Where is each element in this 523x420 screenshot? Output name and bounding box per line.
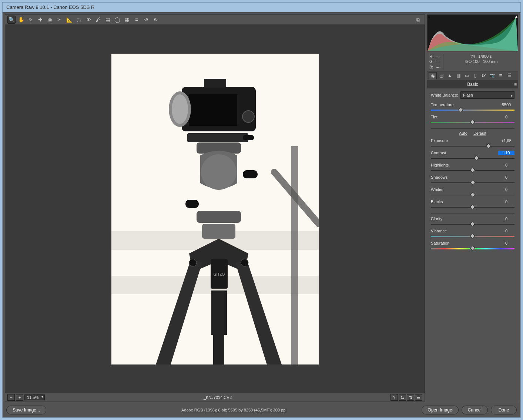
tint-slider[interactable]: Tint0 [431,114,514,125]
svg-rect-11 [187,133,248,142]
rotate-right-icon[interactable]: ↻ [152,16,160,24]
crop-icon[interactable]: ✂ [56,16,64,24]
preview-status-bar: − + 11,5% _KNJ7014.CR2 Y ⇆ ⇅ ☰ [5,393,425,402]
vibrance-slider[interactable]: Vibrance0 [431,228,514,239]
eyedropper-icon[interactable]: ✎ [27,16,35,24]
svg-rect-15 [243,170,258,178]
preview-area[interactable]: GITZO [5,25,425,393]
radial-filter-icon[interactable]: ◯ [113,16,121,24]
main-area: 🔍 ✋ ✎ ✚ ◎ ✂ 📐 ◌ 👁 🖌 ▤ ◯ ▦ ≡ ↺ ↻ ⧉ [3,12,520,402]
image-info-link[interactable]: Adobe RGB (1998); 8 bit; 5505 by 8258 (4… [50,408,418,412]
cancel-button[interactable]: Cancel [462,406,488,414]
tab-tone-curve[interactable]: ▤ [437,72,445,79]
color-sampler-icon[interactable]: ✚ [36,16,44,24]
svg-point-26 [241,259,248,266]
title-bar: Camera Raw 9.10.1 - Canon EOS 5DS R [3,3,520,12]
filename-label: _KNJ7014.CR2 [47,395,388,400]
zoom-out-button[interactable]: − [7,394,15,401]
auto-link[interactable]: Auto [459,131,467,135]
hand-icon[interactable]: ✋ [17,16,25,24]
tab-fx[interactable]: fx [480,72,488,79]
app-window: Camera Raw 9.10.1 - Canon EOS 5DS R 🔍 ✋ … [2,2,521,418]
saturation-slider[interactable]: Saturation0 [431,240,514,251]
graduated-filter-icon[interactable]: ▤ [104,16,112,24]
toolbar: 🔍 ✋ ✎ ✚ ◎ ✂ 📐 ◌ 👁 🖌 ▤ ◯ ▦ ≡ ↺ ↻ ⧉ [5,14,425,25]
highlights-slider[interactable]: Highlights0 [431,162,514,173]
svg-marker-24 [213,290,224,364]
rgb-exif-info: R: --- G: --- B: --- f/4 1/800 s ISO 100… [427,52,518,71]
svg-rect-12 [243,135,254,140]
tab-lens[interactable]: ▯ [471,72,479,79]
preview-y-button[interactable]: Y [390,394,398,401]
bottom-bar: Save Image... Adobe RGB (1998); 8 bit; 5… [3,402,520,417]
spot-removal-icon[interactable]: ◌ [75,16,83,24]
left-panel: 🔍 ✋ ✎ ✚ ◎ ✂ 📐 ◌ 👁 🖌 ▤ ◯ ▦ ≡ ↺ ↻ ⧉ [5,14,425,402]
right-panel: ▲ ▲ R: --- G: --- B: --- f/4 1/800 [427,14,518,402]
transform-icon[interactable]: ▦ [123,16,131,24]
preferences-icon[interactable]: ≡ [133,16,141,24]
panel-title: Basic [467,82,478,87]
svg-rect-6 [189,94,237,126]
shadows-slider[interactable]: Shadows0 [431,174,514,185]
done-button[interactable]: Done [491,406,517,414]
svg-point-25 [189,259,197,266]
svg-rect-16 [185,200,199,208]
clarity-slider[interactable]: Clarity0 [431,216,514,226]
zoom-in-button[interactable]: + [16,394,23,401]
photo-content: GITZO [111,54,319,364]
svg-rect-18 [202,224,235,239]
svg-point-14 [201,154,237,190]
svg-rect-17 [197,211,241,223]
save-image-button[interactable]: Save Image... [6,406,46,414]
straighten-icon[interactable]: 📐 [65,16,73,24]
adjustment-brush-icon[interactable]: 🖌 [94,16,102,24]
histogram[interactable]: ▲ ▲ [427,14,518,51]
whites-slider[interactable]: Whites0 [431,187,514,197]
open-image-button[interactable]: Open Image [422,406,459,414]
default-link[interactable]: Default [473,131,486,135]
panel-tabs: ◉ ▤ ▲ ▦ ▭ ▯ fx 📷 ≣ ☰ [427,71,518,80]
rotate-left-icon[interactable]: ↺ [142,16,150,24]
window-title: Camera Raw 9.10.1 - Canon EOS 5DS R [6,4,94,10]
exposure-slider[interactable]: Exposure+1,95 [431,138,514,148]
svg-point-10 [172,94,188,124]
white-balance-select[interactable]: Flash [460,91,514,99]
preview-settings-button[interactable]: ☰ [415,394,422,401]
zoom-level-dropdown[interactable]: 11,5% [24,394,45,400]
white-balance-label: White Balance: [431,93,458,97]
svg-point-8 [242,111,254,122]
svg-rect-7 [204,79,226,88]
panel-header: Basic ≡ [427,80,518,88]
tab-camera[interactable]: 📷 [488,72,496,79]
zoom-icon[interactable]: 🔍 [7,16,16,24]
red-eye-icon[interactable]: 👁 [84,16,93,24]
tab-hsl[interactable]: ▦ [454,72,462,79]
toggle-preview-icon[interactable]: ⧉ [414,16,422,24]
tab-basic[interactable]: ◉ [429,72,437,80]
tab-snapshots[interactable]: ☰ [505,72,513,79]
preview-image: GITZO [111,54,319,364]
panel-menu-icon[interactable]: ≡ [514,82,517,87]
basic-panel-body: White Balance: Flash Temperature5500 Tin… [427,88,518,402]
tab-split-toning[interactable]: ▭ [463,72,471,79]
temperature-slider[interactable]: Temperature5500 [431,102,514,112]
target-adjust-icon[interactable]: ◎ [46,16,54,24]
contrast-slider[interactable]: Contrast+10 [431,150,514,161]
svg-text:GITZO: GITZO [213,272,225,276]
swap-before-after-button[interactable]: ⇅ [407,394,414,401]
tab-presets[interactable]: ≣ [497,72,505,79]
compare-before-after-button[interactable]: ⇆ [399,394,406,401]
tab-detail[interactable]: ▲ [446,72,454,79]
blacks-slider[interactable]: Blacks0 [431,199,514,209]
